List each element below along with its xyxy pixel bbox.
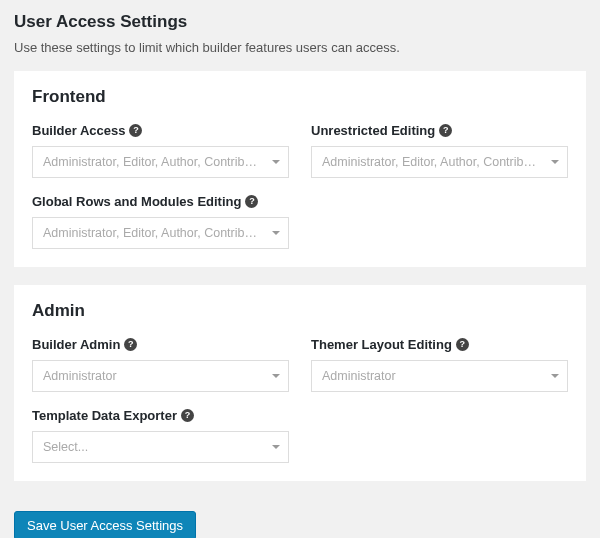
themer-layout-value: Administrator bbox=[322, 369, 396, 383]
page-title: User Access Settings bbox=[14, 12, 586, 32]
builder-admin-value: Administrator bbox=[43, 369, 117, 383]
global-rows-select[interactable]: Administrator, Editor, Author, Contribut… bbox=[32, 217, 289, 249]
help-icon[interactable]: ? bbox=[245, 195, 258, 208]
unrestricted-editing-label-text: Unrestricted Editing bbox=[311, 123, 435, 138]
template-exporter-value: Select... bbox=[43, 440, 88, 454]
themer-layout-label-text: Themer Layout Editing bbox=[311, 337, 452, 352]
admin-panel-title: Admin bbox=[32, 301, 568, 321]
chevron-down-icon bbox=[551, 160, 559, 164]
chevron-down-icon bbox=[272, 445, 280, 449]
chevron-down-icon bbox=[272, 374, 280, 378]
unrestricted-editing-label: Unrestricted Editing ? bbox=[311, 123, 568, 138]
builder-admin-label-text: Builder Admin bbox=[32, 337, 120, 352]
chevron-down-icon bbox=[272, 231, 280, 235]
builder-access-select[interactable]: Administrator, Editor, Author, Contribut… bbox=[32, 146, 289, 178]
global-rows-label-text: Global Rows and Modules Editing bbox=[32, 194, 241, 209]
template-exporter-label: Template Data Exporter ? bbox=[32, 408, 289, 423]
admin-panel: Admin Builder Admin ? Administrator Them… bbox=[14, 285, 586, 481]
frontend-panel-title: Frontend bbox=[32, 87, 568, 107]
builder-access-label-text: Builder Access bbox=[32, 123, 125, 138]
themer-layout-select[interactable]: Administrator bbox=[311, 360, 568, 392]
page-description: Use these settings to limit which builde… bbox=[14, 40, 586, 55]
builder-access-label: Builder Access ? bbox=[32, 123, 289, 138]
unrestricted-editing-value: Administrator, Editor, Author, Contribut… bbox=[322, 155, 541, 169]
builder-access-value: Administrator, Editor, Author, Contribut… bbox=[43, 155, 262, 169]
builder-admin-label: Builder Admin ? bbox=[32, 337, 289, 352]
template-exporter-select[interactable]: Select... bbox=[32, 431, 289, 463]
help-icon[interactable]: ? bbox=[439, 124, 452, 137]
help-icon[interactable]: ? bbox=[456, 338, 469, 351]
global-rows-label: Global Rows and Modules Editing ? bbox=[32, 194, 289, 209]
save-button[interactable]: Save User Access Settings bbox=[14, 511, 196, 538]
themer-layout-label: Themer Layout Editing ? bbox=[311, 337, 568, 352]
template-exporter-label-text: Template Data Exporter bbox=[32, 408, 177, 423]
global-rows-value: Administrator, Editor, Author, Contribut… bbox=[43, 226, 262, 240]
help-icon[interactable]: ? bbox=[124, 338, 137, 351]
unrestricted-editing-select[interactable]: Administrator, Editor, Author, Contribut… bbox=[311, 146, 568, 178]
chevron-down-icon bbox=[272, 160, 280, 164]
help-icon[interactable]: ? bbox=[181, 409, 194, 422]
chevron-down-icon bbox=[551, 374, 559, 378]
builder-admin-select[interactable]: Administrator bbox=[32, 360, 289, 392]
frontend-panel: Frontend Builder Access ? Administrator,… bbox=[14, 71, 586, 267]
help-icon[interactable]: ? bbox=[129, 124, 142, 137]
